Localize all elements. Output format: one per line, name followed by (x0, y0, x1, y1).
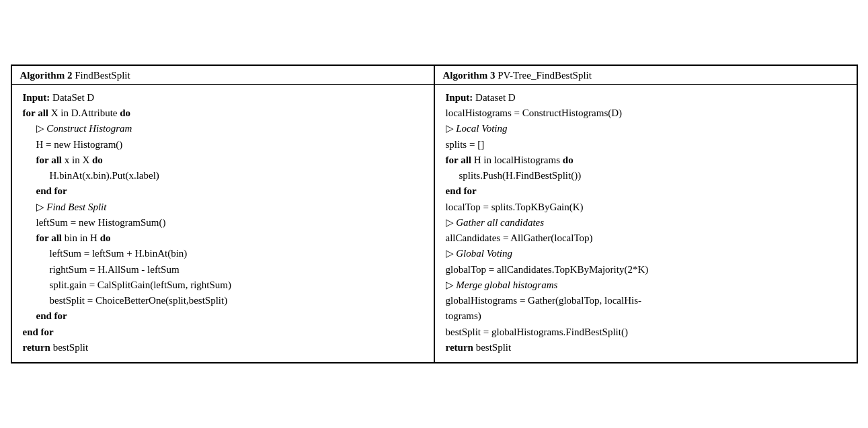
line: for all bin in H do (23, 230, 423, 246)
line: split.gain = CalSplitGain(leftSum, right… (23, 277, 423, 293)
algo2-name: FindBestSplit (75, 70, 130, 81)
line: localHistograms = ConstructHistograms(D) (446, 105, 846, 121)
line: localTop = splits.TopKByGain(K) (446, 200, 846, 215)
line: end for (446, 183, 846, 199)
line: leftSum = new HistogramSum() (23, 215, 423, 230)
line: for all X in D.Attribute do (23, 105, 423, 121)
line: ▷ Global Voting (446, 246, 846, 261)
line: Input: DataSet D (23, 90, 423, 105)
line: return bestSplit (23, 340, 423, 355)
algorithms-container: Algorithm 2 FindBestSplit Input: DataSet… (11, 65, 858, 363)
algorithm-3-body: Input: Dataset D localHistograms = Const… (435, 85, 857, 362)
line: for all x in X do (23, 153, 423, 168)
line: H.binAt(x.bin).Put(x.label) (23, 168, 423, 183)
line: rightSum = H.AllSum - leftSum (23, 262, 423, 277)
splits-line: splits = [] (446, 137, 846, 153)
algorithm-3-header: Algorithm 3 PV-Tree_FindBestSplit (435, 66, 857, 85)
line: bestSplit = ChoiceBetterOne(split,bestSp… (23, 293, 423, 308)
line: H = new Histogram() (23, 137, 423, 153)
algo2-label: Algorithm 2 (20, 70, 73, 81)
line: return bestSplit (446, 340, 846, 355)
line: end for (23, 183, 423, 199)
line: ▷ Local Voting (446, 121, 846, 136)
algo3-label: Algorithm 3 (443, 70, 496, 81)
line: ▷ Merge global histograms (446, 277, 846, 293)
line: globalTop = allCandidates.TopKByMajority… (446, 262, 846, 277)
algorithm-2-body: Input: DataSet D for all X in D.Attribut… (12, 85, 434, 362)
line: leftSum = leftSum + H.binAt(bin) (23, 246, 423, 261)
line: ▷ Find Best Split (23, 200, 423, 215)
line: end for (23, 325, 423, 340)
line: bestSplit = globalHistograms.FindBestSpl… (446, 325, 846, 340)
line: end for (23, 308, 423, 324)
line: tograms) (446, 308, 846, 324)
algorithm-2-header: Algorithm 2 FindBestSplit (12, 66, 434, 85)
algo3-name: PV-Tree_FindBestSplit (498, 70, 592, 81)
algorithm-3-box: Algorithm 3 PV-Tree_FindBestSplit Input:… (434, 65, 857, 363)
line: globalHistograms = Gather(globalTop, loc… (446, 293, 846, 308)
line: allCandidates = AllGather(localTop) (446, 230, 846, 246)
line: for all H in localHistograms do (446, 153, 846, 168)
line: splits.Push(H.FindBestSplit()) (446, 168, 846, 183)
gather-candidates-line: ▷ Gather all candidates (446, 215, 846, 230)
line: Input: Dataset D (446, 90, 846, 105)
line: ▷ Construct Histogram (23, 121, 423, 136)
algorithm-2-box: Algorithm 2 FindBestSplit Input: DataSet… (11, 65, 434, 363)
